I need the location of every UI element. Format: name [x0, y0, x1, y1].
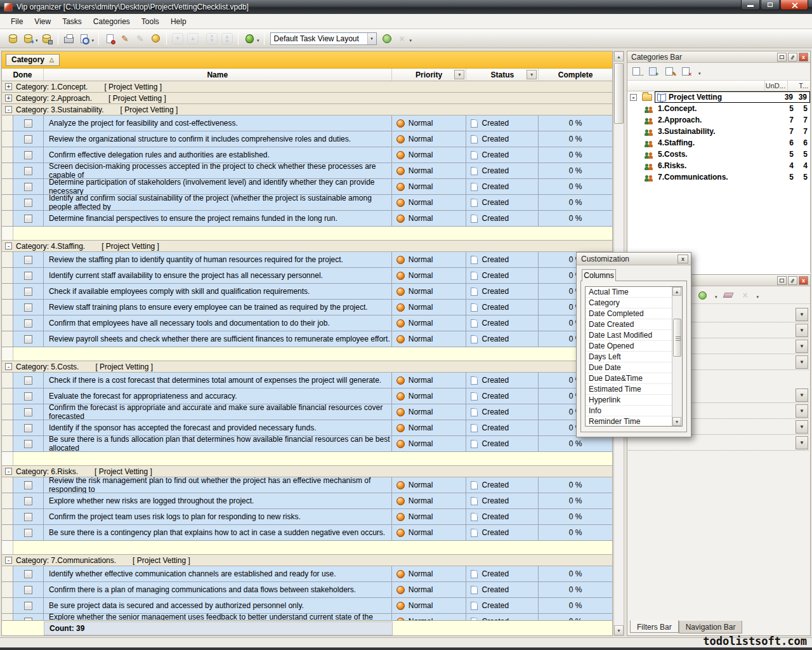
scroll-up-icon[interactable]: ▲	[614, 51, 624, 62]
apply-layout-button[interactable]	[380, 32, 394, 46]
panel-close-icon[interactable]: x	[799, 53, 808, 62]
task-checkbox-icon[interactable]	[24, 167, 32, 175]
status-filter-icon[interactable]: ▼	[527, 70, 537, 79]
column-list-item[interactable]: Actual Time	[586, 287, 672, 298]
task-checkbox-icon[interactable]	[24, 335, 32, 343]
task-checkbox-icon[interactable]	[24, 288, 32, 296]
column-header-priority[interactable]: Priority ▼	[392, 69, 467, 81]
menu-item-help[interactable]: Help	[165, 15, 192, 28]
view-task-button[interactable]	[148, 32, 162, 46]
close-button[interactable]	[780, 0, 808, 10]
open-database-button[interactable]	[21, 32, 35, 46]
apply-filter-button[interactable]	[698, 290, 710, 300]
minimize-button[interactable]	[741, 0, 760, 10]
task-checkbox-icon[interactable]	[24, 256, 32, 264]
save-database-button[interactable]	[40, 32, 54, 46]
layout-dropdown-icon[interactable]: ▾	[410, 38, 412, 43]
task-row[interactable]: Review payroll sheets and check whether …	[2, 331, 612, 347]
tree-category-row[interactable]: 5.Costs.55	[627, 149, 810, 160]
task-checkbox-icon[interactable]	[24, 199, 32, 207]
tab-filters-bar[interactable]: Filters Bar	[630, 620, 679, 633]
task-checkbox-icon[interactable]	[24, 151, 32, 159]
task-checkbox-icon[interactable]	[24, 570, 32, 578]
column-list-item[interactable]: Date Completed	[586, 308, 672, 319]
task-checkbox-icon[interactable]	[24, 392, 32, 401]
column-header-done[interactable]: Done	[2, 69, 44, 81]
priority-filter-icon[interactable]: ▼	[454, 70, 464, 79]
category-row[interactable]: -Category: 4.Staffing.[ Project Vetting …	[2, 241, 612, 252]
tree-category-row[interactable]: 7.Communications.55	[627, 171, 810, 183]
clear-filter-button[interactable]	[724, 290, 735, 300]
task-row[interactable]: Analyze the project for feasibility and …	[2, 116, 612, 131]
tree-root-row[interactable]: - Project Vetting 39 39	[627, 91, 810, 103]
task-row[interactable]: Review the risk management plan to find …	[2, 477, 612, 493]
list-scroll-up-icon[interactable]: ▲	[672, 287, 681, 296]
task-checkbox-icon[interactable]	[24, 408, 32, 416]
filter-field-dropdown-icon[interactable]: ▼	[796, 388, 808, 402]
column-list-item[interactable]: Days Left	[586, 352, 672, 362]
expand-toggle-icon[interactable]: -	[5, 363, 12, 370]
menu-item-categories[interactable]: Categories	[88, 15, 136, 28]
expand-toggle-icon[interactable]: -	[5, 468, 12, 475]
tree-category-row[interactable]: 6.Risks.44	[627, 160, 810, 171]
task-checkbox-icon[interactable]	[24, 119, 32, 128]
task-row[interactable]: Screen decision-making processes accepte…	[2, 163, 612, 179]
column-list-item[interactable]: Date Created	[586, 319, 672, 330]
task-row[interactable]: Confirm that employees have all necessar…	[2, 315, 612, 331]
delete-category-button[interactable]: ×	[682, 67, 693, 77]
column-header-complete[interactable]: Complete	[539, 69, 612, 81]
task-checkbox-icon[interactable]	[24, 481, 32, 489]
edit-task-button[interactable]: ✎	[118, 32, 132, 46]
column-header-name[interactable]: Name	[44, 69, 392, 81]
tree-category-row[interactable]: 1.Concept.55	[627, 103, 810, 114]
scroll-down-icon[interactable]: ▼	[614, 625, 624, 635]
column-list-item[interactable]: Due Date&Time	[586, 373, 672, 384]
category-row[interactable]: +Category: 2.Approach.[ Project Vetting …	[2, 93, 612, 104]
task-row[interactable]: Confirm there is a plan of managing comm…	[2, 582, 612, 598]
print-preview-button[interactable]	[77, 32, 91, 46]
column-list-item[interactable]: Estimated Time	[586, 384, 672, 395]
tab-navigation-bar[interactable]: Navigation Bar	[679, 621, 743, 633]
task-checkbox-icon[interactable]	[24, 319, 32, 328]
layout-combobox[interactable]: Default Task View Layout ▾	[270, 32, 377, 45]
restore-button[interactable]	[761, 0, 780, 10]
category-row[interactable]: -Category: 3.Sustainability.[ Project Ve…	[2, 104, 612, 116]
task-row[interactable]: Confirm the project team uses risk logs …	[2, 509, 612, 525]
layout-combobox-arrow-icon[interactable]: ▾	[367, 33, 376, 44]
expand-toggle-icon[interactable]: +	[5, 83, 12, 90]
expand-toggle-icon[interactable]: +	[5, 95, 12, 102]
edit-category-button[interactable]: ✎	[665, 67, 677, 77]
task-row[interactable]: Be sure there is a funds allocation plan…	[2, 436, 612, 452]
new-task-row[interactable]	[2, 541, 612, 555]
task-row[interactable]: Confirm effective delegation rules and a…	[2, 147, 612, 163]
dialog-close-icon[interactable]: x	[678, 255, 688, 263]
filter-field-dropdown-icon[interactable]: ▼	[796, 355, 808, 369]
list-scrollbar-thumb[interactable]	[673, 319, 681, 357]
task-checkbox-icon[interactable]	[24, 497, 32, 505]
delete-layout-button[interactable]: ×	[395, 32, 409, 46]
filter-field-dropdown-icon[interactable]: ▼	[796, 324, 808, 337]
task-row[interactable]: Identify whether effective communication…	[2, 566, 612, 582]
tab-columns[interactable]: Columns	[582, 269, 616, 281]
task-row[interactable]: Review the organizational structure to c…	[2, 131, 612, 147]
category-row[interactable]: -Category: 7.Communications.[ Project Ve…	[2, 555, 612, 566]
task-row[interactable]: Check if there is a cost forecast that d…	[2, 373, 612, 388]
scrollbar-thumb[interactable]	[614, 63, 624, 124]
task-checkbox-icon[interactable]	[24, 602, 32, 610]
task-checkbox-icon[interactable]	[24, 513, 32, 521]
column-list-item[interactable]: Info	[586, 406, 672, 416]
filters-close-icon[interactable]: x	[799, 276, 808, 285]
task-checkbox-icon[interactable]	[24, 529, 32, 537]
task-checkbox-icon[interactable]	[24, 215, 32, 223]
new-task-row[interactable]	[2, 227, 612, 241]
new-task-button[interactable]	[103, 32, 117, 46]
menu-item-file[interactable]: File	[5, 15, 29, 28]
filters-restore-icon[interactable]	[777, 276, 787, 285]
task-checkbox-icon[interactable]	[24, 272, 32, 280]
task-row[interactable]: Identify current staff availability to e…	[2, 268, 612, 284]
move-up-button[interactable]: ▲	[186, 32, 200, 46]
move-top-button[interactable]: ▲▲	[220, 32, 234, 46]
task-checkbox-icon[interactable]	[24, 376, 32, 385]
task-row[interactable]: Identify and confirm social sustainabili…	[2, 195, 612, 211]
columns-list-scrollbar[interactable]: ▲ ▼	[672, 287, 682, 426]
